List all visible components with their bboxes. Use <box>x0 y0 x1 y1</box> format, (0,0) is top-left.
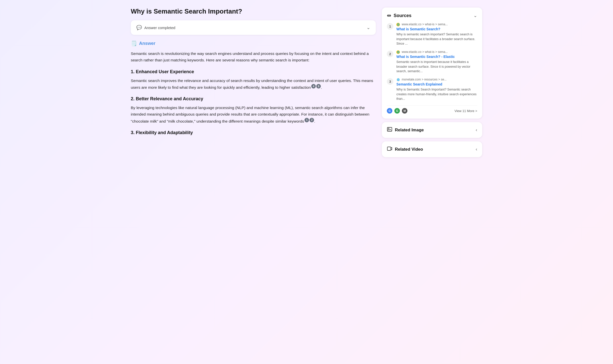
related-image-left: Related Image <box>387 127 424 133</box>
section-1-text: Semantic search improves the relevance a… <box>131 77 376 91</box>
footer-favicon-3: M <box>402 108 407 114</box>
section-2-period: . <box>314 119 315 123</box>
message-icon: 💬 <box>136 25 142 30</box>
source-number-1: 1 <box>387 23 393 30</box>
answer-box-chevron[interactable]: ⌄ <box>366 25 370 30</box>
source-url-1: 🌐 www.elastic.co > what-is > sema... <box>396 23 477 26</box>
view-more-button[interactable]: View 11 More > <box>455 109 477 113</box>
answer-label-row: 🗒️ Answer <box>131 40 376 46</box>
sources-card-header: ⇔ Sources ⌄ <box>387 13 477 19</box>
favicon-2: 🌐 <box>396 50 400 54</box>
source-number-2: 2 <box>387 51 393 57</box>
video-icon <box>387 146 392 153</box>
answer-completed-box[interactable]: 💬 Answer completed ⌄ <box>131 20 376 35</box>
section-1-body: Semantic search improves the relevance a… <box>131 78 373 89</box>
related-video-label: Related Video <box>395 147 423 152</box>
source-number-3: 3 <box>387 78 393 85</box>
source-snippet-2: Semantic search is important because it … <box>396 60 477 74</box>
svg-point-1 <box>388 128 389 129</box>
citation-1[interactable]: 1 <box>304 118 309 122</box>
citation-9[interactable]: 9 <box>316 84 321 88</box>
link-icon: ⇔ <box>387 13 391 19</box>
answer-status-label: Answer completed <box>144 26 175 30</box>
citation-2[interactable]: 2 <box>310 118 314 122</box>
section-heading-1: 1. Enhanced User Experience <box>131 69 376 74</box>
answer-label-text: Answer <box>139 41 155 46</box>
footer-favicon-2: G <box>394 108 400 114</box>
sources-card: ⇔ Sources ⌄ 1 🌐 www.elastic.co > what-is… <box>382 8 482 119</box>
sources-title-row: ⇔ Sources <box>387 13 411 19</box>
source-item-3: 3 🌐 monetate.com > resources > se... Sem… <box>387 78 477 101</box>
related-video-chevron[interactable]: ‹ <box>476 147 477 152</box>
source-snippet-1: Why is semantic search important? Semant… <box>396 32 477 46</box>
section-heading-2: 2. Better Relevance and Accuracy <box>131 96 376 102</box>
svg-rect-0 <box>387 127 392 131</box>
source-title-2[interactable]: What is Semantic Search? - Elastic <box>396 55 477 59</box>
related-video-card[interactable]: Related Video ‹ <box>382 141 482 157</box>
related-image-label: Related Image <box>395 128 424 133</box>
related-image-card[interactable]: Related Image ‹ <box>382 122 482 138</box>
section-1-period: . <box>321 85 322 89</box>
sources-title: Sources <box>394 13 411 18</box>
footer-favicon-1: G <box>387 108 392 114</box>
source-content-3: 🌐 monetate.com > resources > se... Seman… <box>396 78 477 101</box>
citation-4[interactable]: 4 <box>311 84 316 88</box>
source-content-1: 🌐 www.elastic.co > what-is > sema... Wha… <box>396 23 477 46</box>
source-content-2: 🌐 www.elastic.co > what-is > sema... Wha… <box>396 50 477 74</box>
answer-icon: 🗒️ <box>131 40 137 46</box>
section-heading-3: 3. Flexibility and Adaptability <box>131 130 376 135</box>
source-item-1: 1 🌐 www.elastic.co > what-is > sema... W… <box>387 23 477 46</box>
related-image-chevron[interactable]: ‹ <box>476 127 477 133</box>
source-item-2: 2 🌐 www.elastic.co > what-is > sema... W… <box>387 50 477 74</box>
related-video-left: Related Video <box>387 146 423 153</box>
source-snippet-3: Why is Semantic Search Important? Semant… <box>396 87 477 101</box>
favicon-3: 🌐 <box>396 78 400 81</box>
sources-chevron[interactable]: ⌄ <box>473 13 477 18</box>
favicon-1: 🌐 <box>396 23 400 26</box>
section-2-text: By leveraging technologies like natural … <box>131 105 376 125</box>
answer-box-left: 💬 Answer completed <box>136 25 175 30</box>
intro-paragraph: Semantic search is revolutionizing the w… <box>131 50 376 64</box>
page-title: Why is Semantic Search Important? <box>131 8 376 15</box>
sources-footer: G G M View 11 More > <box>387 105 477 114</box>
main-content: Why is Semantic Search Important? 💬 Answ… <box>131 8 376 138</box>
source-url-3: 🌐 monetate.com > resources > se... <box>396 78 477 81</box>
svg-rect-2 <box>387 147 391 150</box>
image-icon <box>387 127 392 133</box>
source-url-2: 🌐 www.elastic.co > what-is > sema... <box>396 50 477 54</box>
source-title-3[interactable]: Semantic Search Explained <box>396 82 477 86</box>
sidebar: ⇔ Sources ⌄ 1 🌐 www.elastic.co > what-is… <box>382 8 482 157</box>
section-2-body: By leveraging technologies like natural … <box>131 106 369 123</box>
source-title-1[interactable]: What is Semantic Search? <box>396 27 477 31</box>
